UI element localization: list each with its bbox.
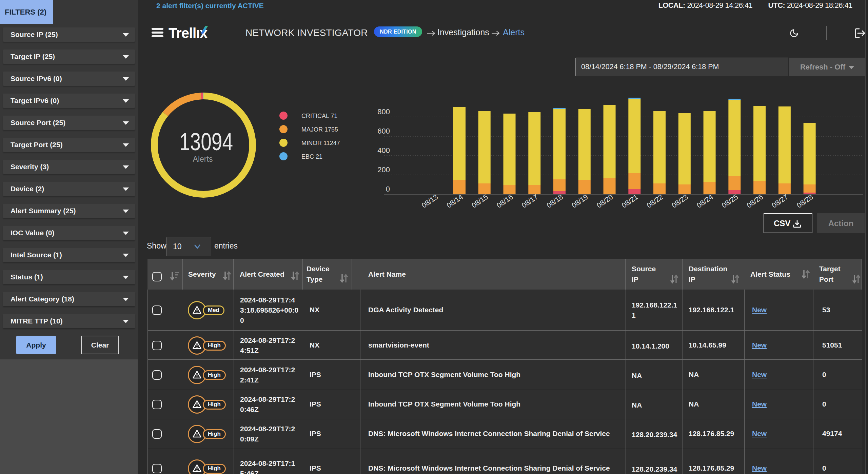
svg-text:08/13: 08/13 (420, 193, 439, 209)
svg-text:08/21: 08/21 (620, 193, 639, 209)
svg-text:800: 800 (377, 107, 390, 116)
svg-text:08/20: 08/20 (595, 193, 614, 209)
svg-text:08/24: 08/24 (695, 193, 715, 209)
svg-text:08/25: 08/25 (720, 193, 739, 209)
svg-text:08/27: 08/27 (770, 193, 789, 209)
svg-text:08/19: 08/19 (570, 193, 589, 209)
svg-text:0: 0 (386, 185, 390, 193)
svg-text:08/22: 08/22 (645, 193, 664, 209)
svg-text:08/28: 08/28 (795, 193, 814, 209)
svg-text:08/23: 08/23 (670, 193, 689, 209)
svg-text:08/26: 08/26 (745, 193, 764, 209)
svg-text:08/14: 08/14 (445, 193, 465, 209)
svg-text:08/18: 08/18 (545, 193, 564, 209)
svg-text:400: 400 (377, 146, 390, 155)
svg-text:08/16: 08/16 (495, 193, 514, 209)
svg-text:08/15: 08/15 (470, 193, 489, 209)
svg-text:600: 600 (377, 127, 390, 135)
svg-text:08/17: 08/17 (520, 193, 539, 209)
svg-text:200: 200 (377, 165, 390, 174)
